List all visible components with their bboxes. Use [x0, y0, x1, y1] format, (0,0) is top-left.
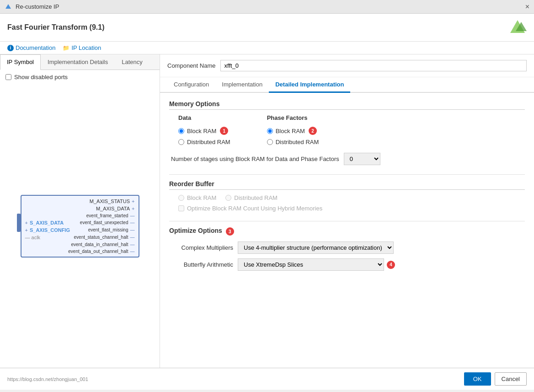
data-distributed-ram-row: Distributed RAM — [178, 139, 230, 145]
badge-4: 4 — [387, 261, 395, 269]
tab-implementation-details[interactable]: Implementation Details — [41, 54, 115, 70]
badge-2: 2 — [309, 127, 317, 135]
symbol-canvas: M_AXIS_STATUS+ M_AXIS_DATA+ event_frame_… — [0, 84, 160, 368]
info-icon: i — [7, 45, 14, 51]
optimize-options-section: Optimize Options 3 Complex Multipliers U… — [169, 227, 525, 271]
data-option-group: Data Block RAM 1 Distributed RAM — [178, 114, 230, 145]
cancel-button[interactable]: Cancel — [495, 372, 527, 386]
stages-row: Number of stages using Block RAM for Dat… — [169, 153, 525, 165]
port-row: event_data_out_channel_halt— — [21, 248, 139, 255]
show-disabled-label: Show disabled ports — [14, 74, 68, 81]
phase-distributed-ram-radio[interactable] — [267, 139, 273, 145]
reorder-distributed-ram-radio[interactable] — [225, 195, 231, 201]
reorder-distributed-ram-label: Distributed RAM — [234, 194, 278, 201]
app-title: Fast Fourier Transform (9.1) — [7, 23, 105, 32]
data-block-ram-label: Block RAM — [187, 128, 216, 134]
phase-label: Phase Factors — [267, 114, 319, 121]
butterfly-arithmetic-label: Butterfly Arithmetic — [169, 261, 233, 268]
reorder-buffer-section: Reorder Buffer Block RAM Distributed RAM… — [169, 180, 525, 212]
show-disabled-checkbox[interactable] — [5, 74, 11, 80]
folder-icon: 📁 — [63, 45, 69, 51]
logo — [508, 18, 527, 37]
data-block-ram-row: Block RAM 1 — [178, 127, 230, 135]
port-row: M_AXIS_DATA+ — [21, 205, 139, 212]
title-bar-text: Re-customize IP — [16, 3, 59, 10]
data-block-ram-radio[interactable] — [178, 128, 184, 134]
left-tabs: IP Symbol Implementation Details Latency — [0, 54, 160, 70]
optimize-options-title: Optimize Options — [169, 227, 222, 236]
data-distributed-ram-radio[interactable] — [178, 139, 184, 145]
reorder-distributed-ram-row: Distributed RAM — [225, 194, 278, 201]
tab-configuration[interactable]: Configuration — [167, 77, 215, 93]
reorder-block-ram-row: Block RAM — [178, 194, 216, 201]
stages-select[interactable]: 0 1 2 3 — [344, 153, 380, 165]
toolbar: i Documentation 📁 IP Location — [0, 42, 534, 54]
phase-distributed-ram-row: Distributed RAM — [267, 139, 319, 145]
close-button[interactable]: × — [525, 3, 529, 11]
header: Fast Fourier Transform (9.1) — [0, 14, 534, 42]
footer-link: https://blog.csdn.net/zhongjuan_001 — [7, 376, 88, 382]
hybrid-label: Optimize Block RAM Count Using Hybrid Me… — [187, 205, 322, 212]
symbol-box: M_AXIS_STATUS+ M_AXIS_DATA+ event_frame_… — [21, 195, 139, 258]
port-row: + S_AXIS_DATA event_tlast_unexpected— — [21, 219, 139, 226]
app-icon — [5, 3, 12, 11]
badge-3: 3 — [226, 227, 234, 236]
memory-options-row: Data Block RAM 1 Distributed RAM Phase F… — [169, 114, 525, 145]
butterfly-arithmetic-row: Butterfly Arithmetic Use XtremeDsp Slice… — [169, 258, 525, 271]
ok-button[interactable]: OK — [464, 372, 491, 386]
port-decoration — [17, 214, 21, 232]
port-row: event_frame_started— — [21, 212, 139, 219]
phase-block-ram-row: Block RAM 2 — [267, 127, 319, 135]
port-row: — aclk event_status_channel_halt— — [21, 234, 139, 241]
title-bar: Re-customize IP × — [0, 0, 534, 14]
tab-implementation[interactable]: Implementation — [215, 77, 269, 93]
left-panel: IP Symbol Implementation Details Latency… — [0, 54, 160, 368]
butterfly-arithmetic-select[interactable]: Use XtremeDsp Slices Use Fabric Resource… — [238, 258, 384, 271]
phase-block-ram-label: Block RAM — [276, 128, 305, 134]
svg-marker-0 — [5, 4, 11, 9]
right-panel: Component Name Configuration Implementat… — [160, 54, 534, 368]
stages-label: Number of stages using Block RAM for Dat… — [171, 156, 339, 162]
hybrid-checkbox[interactable] — [178, 205, 184, 211]
sub-tabs: Configuration Implementation Detailed Im… — [160, 77, 534, 93]
reorder-radios: Block RAM Distributed RAM — [169, 194, 525, 201]
component-name-row: Component Name — [160, 54, 534, 77]
documentation-link[interactable]: i Documentation — [7, 44, 55, 51]
port-row: M_AXIS_STATUS+ — [21, 198, 139, 205]
tab-detailed-implementation[interactable]: Detailed Implementation — [269, 77, 350, 93]
port-row: event_data_in_channel_halt— — [21, 241, 139, 248]
hybrid-check-row: Optimize Block RAM Count Using Hybrid Me… — [169, 205, 525, 212]
port-row: + S_AXIS_CONFIG event_tlast_missing— — [21, 226, 139, 234]
footer: https://blog.csdn.net/zhongjuan_001 OK C… — [0, 368, 534, 390]
badge-1: 1 — [220, 127, 228, 135]
tab-latency[interactable]: Latency — [115, 54, 150, 70]
memory-options-title: Memory Options — [169, 100, 525, 110]
reorder-buffer-title: Reorder Buffer — [169, 180, 525, 190]
data-distributed-ram-label: Distributed RAM — [187, 139, 230, 145]
complex-multipliers-row: Complex Multipliers Use 4-multiplier str… — [169, 242, 525, 254]
complex-multipliers-select[interactable]: Use 4-multiplier structure (performance … — [238, 242, 394, 254]
phase-option-group: Phase Factors Block RAM 2 Distributed RA… — [267, 114, 319, 145]
reorder-block-ram-radio[interactable] — [178, 195, 184, 201]
show-disabled-row: Show disabled ports — [0, 70, 160, 84]
phase-distributed-ram-label: Distributed RAM — [276, 139, 319, 145]
tab-ip-symbol[interactable]: IP Symbol — [0, 54, 41, 70]
content-area: Memory Options Data Block RAM 1 Distribu… — [160, 93, 534, 368]
reorder-block-ram-label: Block RAM — [187, 194, 216, 201]
footer-buttons: OK Cancel — [464, 372, 527, 386]
complex-multipliers-label: Complex Multipliers — [169, 244, 233, 251]
phase-block-ram-radio[interactable] — [267, 128, 273, 134]
main-container: IP Symbol Implementation Details Latency… — [0, 54, 534, 368]
component-name-label: Component Name — [167, 62, 216, 69]
data-label: Data — [178, 114, 230, 121]
ip-location-link[interactable]: 📁 IP Location — [63, 44, 101, 51]
component-name-input[interactable] — [220, 60, 527, 71]
